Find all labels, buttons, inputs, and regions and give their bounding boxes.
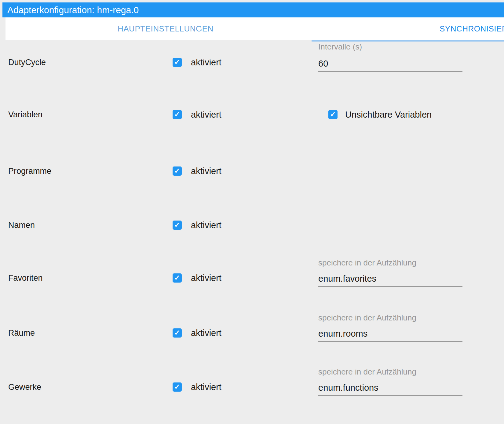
- row-label-favoriten: Favoriten: [8, 273, 43, 283]
- checkmark-icon: ✓: [174, 59, 180, 66]
- checkmark-icon: ✓: [174, 167, 180, 174]
- tab-haupteinstellungen[interactable]: HAUPTEINSTELLUNGEN: [118, 24, 214, 33]
- row-label-dutycycle: DutyCycle: [8, 57, 46, 67]
- dialog-title: Adapterkonfiguration: hm-rega.0: [7, 5, 139, 15]
- raeume-aktiviert-checkbox[interactable]: ✓: [173, 328, 182, 338]
- tab-bar: HAUPTEINSTELLUNGEN SYNCHRONISIERE: [5, 17, 504, 40]
- dutycycle-aktiviert-checkbox[interactable]: ✓: [173, 58, 182, 67]
- dutycycle-aktiviert-label: aktiviert: [191, 57, 221, 68]
- intervalle-input[interactable]: [318, 56, 462, 72]
- gewerke-aktiviert-checkbox[interactable]: ✓: [173, 382, 182, 392]
- programme-aktiviert-checkbox[interactable]: ✓: [173, 166, 182, 176]
- gewerke-enum-field-label: speichere in der Aufzählung: [318, 367, 416, 377]
- raeume-enum-input[interactable]: [318, 326, 462, 342]
- favoriten-aktiviert-checkbox[interactable]: ✓: [173, 273, 182, 283]
- row-label-raeume: Räume: [8, 328, 35, 338]
- intervalle-field-label: Intervalle (s): [318, 42, 362, 52]
- programme-aktiviert-label: aktiviert: [191, 166, 221, 176]
- raeume-enum-field-label: speichere in der Aufzählung: [318, 313, 416, 323]
- row-label-programme: Programme: [8, 166, 51, 176]
- row-label-variablen: Variablen: [8, 110, 42, 119]
- checkmark-icon: ✓: [174, 221, 180, 228]
- namen-aktiviert-label: aktiviert: [191, 220, 221, 230]
- checkmark-icon: ✓: [174, 111, 180, 118]
- unsichtbare-variablen-label: Unsichtbare Variablen: [345, 109, 432, 120]
- unsichtbare-variablen-checkbox[interactable]: ✓: [328, 110, 338, 119]
- variablen-aktiviert-checkbox[interactable]: ✓: [173, 110, 182, 119]
- favoriten-enum-field-label: speichere in der Aufzählung: [318, 258, 416, 268]
- raeume-aktiviert-label: aktiviert: [191, 328, 221, 338]
- variablen-aktiviert-label: aktiviert: [191, 109, 221, 120]
- checkmark-icon: ✓: [174, 383, 180, 390]
- checkmark-icon: ✓: [174, 329, 180, 336]
- row-label-gewerke: Gewerke: [8, 382, 41, 392]
- checkmark-icon: ✓: [330, 111, 336, 118]
- favoriten-enum-input[interactable]: [318, 271, 462, 287]
- row-label-namen: Namen: [8, 220, 35, 230]
- dialog-title-bar: Adapterkonfiguration: hm-rega.0: [2, 2, 504, 17]
- gewerke-aktiviert-label: aktiviert: [191, 382, 221, 392]
- gewerke-enum-input[interactable]: [318, 380, 462, 396]
- checkmark-icon: ✓: [174, 274, 180, 281]
- namen-aktiviert-checkbox[interactable]: ✓: [173, 221, 182, 230]
- favoriten-aktiviert-label: aktiviert: [191, 273, 221, 283]
- tab-synchronisiere[interactable]: SYNCHRONISIERE: [440, 24, 504, 33]
- active-tab-indicator: [312, 40, 504, 42]
